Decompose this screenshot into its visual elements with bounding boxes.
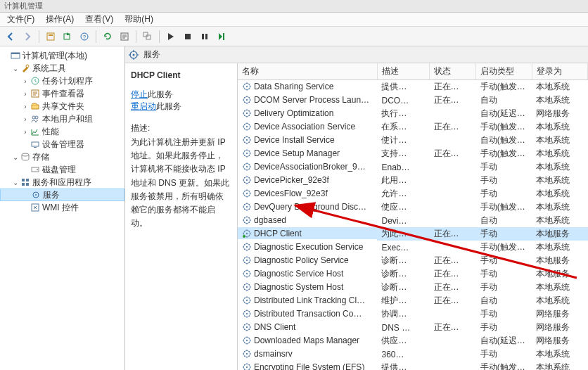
service-status: 正在… [430,94,476,107]
tool-select-button[interactable] [140,29,155,44]
service-row[interactable]: DHCP Client为此…正在…手动本地服务 [238,227,588,241]
svg-rect-8 [185,34,191,39]
service-row[interactable]: Encrypting File System (EFS)提供…手动(触发…本地系… [238,361,588,370]
restart-link[interactable]: 重启动 [131,101,156,111]
tree-storage[interactable]: ⌄存储 [0,151,124,163]
service-row[interactable]: Data Sharing Service提供…正在…手动(触发…本地系统 [238,80,588,94]
service-row[interactable]: Device Setup Manager支持…正在…手动(触发…本地系统 [238,147,588,160]
col-startup[interactable]: 启动类型 [476,63,532,80]
tool-export-button[interactable] [60,29,75,44]
service-startup: 手动 [476,321,532,334]
stop-link[interactable]: 停止 [131,89,148,99]
expand-icon[interactable]: ⌄ [11,153,20,161]
expand-icon[interactable]: ⌄ [11,65,20,72]
tree-sidebar: 计算机管理(本地)⌄系统工具›任务计划程序›事件查看器›共享文件夹›本地用户和组… [0,46,125,370]
service-row[interactable]: DeviceAssociationBroker_9…Enab…手动本地系统 [238,160,588,174]
tree-system_tools[interactable]: ⌄系统工具 [0,62,124,75]
col-desc[interactable]: 描述 [377,63,429,80]
service-status: 正在… [430,281,476,294]
tree-services[interactable]: 服务 [0,189,124,201]
service-row[interactable]: DevicePicker_92e3f此用…手动本地系统 [238,174,588,187]
expand-icon[interactable]: › [21,128,30,136]
expand-icon[interactable]: › [21,90,30,98]
service-desc: 维护… [377,294,429,307]
svg-point-17 [32,116,35,119]
svg-point-14 [26,65,29,68]
svc-start-button[interactable] [163,29,179,44]
service-gear-icon [242,215,252,225]
service-name: Diagnostic Execution Service [254,242,363,252]
tree-disk_management[interactable]: 磁盘管理 [0,163,124,176]
tree-task_scheduler[interactable]: ›任务计划程序 [0,75,124,87]
svc-pause-button[interactable] [197,29,212,44]
mgmt-icon [10,50,21,61]
svc-stop-button[interactable] [180,29,196,44]
service-name: Device Setup Manager [254,148,340,158]
service-desc: Enab… [377,160,429,174]
tree-device_manager[interactable]: 设备管理器 [0,138,124,151]
menu-help[interactable]: 帮助(H) [120,12,158,27]
svg-rect-27 [26,183,29,186]
service-startup: 手动 [476,281,532,294]
service-row[interactable]: DCOM Server Process Laun…DCO…正在…自动本地系统 [238,94,588,107]
tree-root[interactable]: 计算机管理(本地) [0,49,124,62]
tool-properties-button[interactable] [43,29,58,44]
service-row[interactable]: Diagnostic Service Host诊断…正在…手动本地服务 [238,267,588,281]
service-name: DevicesFlow_92e3f [254,189,328,198]
svg-point-159 [246,232,248,234]
svg-rect-7 [146,35,151,39]
tool-props2-button[interactable] [117,29,132,44]
tree-performance[interactable]: ›性能 [0,125,124,138]
svg-rect-26 [22,183,25,186]
col-name[interactable]: 名称 [238,63,377,80]
nav-forward-button[interactable] [20,29,35,44]
tool-help-button[interactable]: ? [77,29,92,44]
expand-icon[interactable]: › [21,103,30,110]
service-row[interactable]: Device Install Service使计…自动(触发…本地系统 [238,134,588,147]
tree-local_users[interactable]: ›本地用户和组 [0,113,124,125]
expand-icon[interactable]: ⌄ [11,179,20,186]
svg-point-203 [246,286,248,287]
col-status[interactable]: 状态 [430,63,476,80]
service-row[interactable]: DevQuery Background Disc…使应…手动(触发…本地系统 [238,200,588,214]
tool-refresh-button[interactable] [100,29,115,44]
service-gear-icon [242,148,252,158]
expand-icon[interactable]: › [21,77,30,85]
service-row[interactable]: Diagnostic Execution ServiceExec…手动(触发…本… [238,241,588,254]
service-row[interactable]: Diagnostic System Host诊断…正在…手动本地系统 [238,281,588,294]
expand-icon[interactable]: › [21,115,30,123]
service-row[interactable]: Device Association Service在系…正在…手动(触发…本地… [238,120,588,134]
service-gear-icon [242,269,252,279]
tree-label: 事件查看器 [42,88,84,100]
menu-file[interactable]: 文件(F) [3,12,39,27]
service-row[interactable]: DNS ClientDNS …正在…手动网络服务 [238,321,588,334]
service-row[interactable]: dsmainsrv360…手动本地系统 [238,347,588,361]
service-row[interactable]: Diagnostic Policy Service诊断…正在…手动本地服务 [238,254,588,267]
svg-point-181 [246,259,248,260]
service-row[interactable]: DevicesFlow_92e3f允许…手动本地系统 [238,187,588,200]
service-row[interactable]: Distributed Transaction Co…协调…手动网络服务 [238,307,588,321]
services-list[interactable]: 名称 描述 状态 启动类型 登录为 Data Sharing Service提供… [238,63,588,370]
tree-services_apps[interactable]: ⌄服务和应用程序 [0,176,124,189]
gear-icon [30,189,41,200]
service-name: dsmainsrv [254,349,293,359]
service-gear-icon [242,309,252,319]
tree-shared_folders[interactable]: ›共享文件夹 [0,100,124,113]
col-logon[interactable]: 登录为 [532,63,587,80]
svg-point-82 [246,139,248,140]
svg-point-137 [246,205,248,207]
tree-wmi[interactable]: WMI 控件 [0,201,124,214]
service-row[interactable]: Distributed Link Tracking Cl…维护…正在…自动本地系… [238,294,588,307]
menu-action[interactable]: 操作(A) [41,12,78,27]
service-row[interactable]: dgbasedDevi…自动本地系统 [238,214,588,227]
menu-view[interactable]: 查看(V) [81,12,117,27]
nav-back-button[interactable] [3,29,18,44]
pane-header: 服务 [125,46,588,63]
tree-label: 服务 [43,189,60,201]
service-row[interactable]: Downloaded Maps Manager供应…自动(延迟…网络服务 [238,334,588,347]
service-row[interactable]: Delivery Optimization执行…自动(延迟…网络服务 [238,107,588,120]
service-logon: 网络服务 [532,334,587,347]
description-label: 描述: [131,122,231,134]
svc-restart-button[interactable] [214,29,229,44]
tree-event_viewer[interactable]: ›事件查看器 [0,87,124,100]
